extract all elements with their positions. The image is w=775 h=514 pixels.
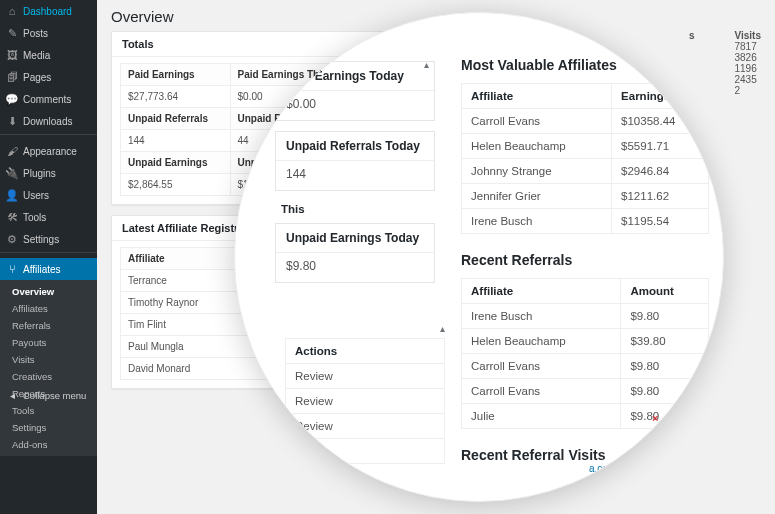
menu-item-users[interactable]: 👤Users: [0, 184, 97, 206]
menu-item-pages[interactable]: 🗐Pages: [0, 66, 97, 88]
pages-icon: 🗐: [6, 71, 18, 83]
mva-table: AffiliateEarningsCarroll Evans$10358.44H…: [461, 83, 709, 234]
menu-item-downloads[interactable]: ⬇Downloads: [0, 110, 97, 132]
toggle-icon[interactable]: ▴: [424, 59, 429, 70]
affiliates-icon: ⑂: [6, 263, 18, 275]
plugins-icon: 🔌: [6, 167, 18, 179]
submenu-overview[interactable]: Overview: [0, 283, 97, 300]
menu-label: Plugins: [23, 168, 56, 179]
magnifier-lens: ▴ Paid Earnings Today $0.00 Unpaid Refer…: [234, 12, 724, 502]
review-link[interactable]: Review: [286, 364, 445, 389]
users-icon: 👤: [6, 189, 18, 201]
menu-item-appearance[interactable]: 🖌Appearance: [0, 140, 97, 162]
menu-label: Posts: [23, 28, 48, 39]
menu-label: Appearance: [23, 146, 77, 157]
menu-item-media[interactable]: 🖼Media: [0, 44, 97, 66]
menu-label: Pages: [23, 72, 51, 83]
menu-label: Tools: [23, 212, 46, 223]
menu-item-affiliates[interactable]: ⑂Affiliates: [0, 258, 97, 280]
stat-unpaid-earnings-today: Unpaid Earnings Today $9.80: [275, 223, 435, 283]
review-link[interactable]: Review: [286, 389, 445, 414]
appearance-icon: 🖌: [6, 145, 18, 157]
media-icon: 🖼: [6, 49, 18, 61]
downloads-icon: ⬇: [6, 115, 18, 127]
stat-unpaid-referrals-today: Unpaid Referrals Today 144: [275, 131, 435, 191]
menu-label: Downloads: [23, 116, 72, 127]
posts-icon: ✎: [6, 27, 18, 39]
submenu-visits[interactable]: Visits: [0, 351, 97, 368]
menu-label: Dashboard: [23, 6, 72, 17]
collapse-icon: ◂: [6, 389, 18, 401]
recent-heading: Recent Referrals: [461, 252, 709, 268]
right-stats-header: s Visits 7817 3826 1196 2435 2: [689, 30, 761, 96]
menu-item-comments[interactable]: 💬Comments: [0, 88, 97, 110]
menu-item-dashboard[interactable]: ⌂Dashboard: [0, 0, 97, 22]
menu-label: Comments: [23, 94, 71, 105]
affiliates-submenu: OverviewAffiliatesReferralsPayoutsVisits…: [0, 280, 97, 456]
menu-item-tools[interactable]: 🛠Tools: [0, 206, 97, 228]
menu-item-posts[interactable]: ✎Posts: [0, 22, 97, 44]
tools-icon: 🛠: [6, 211, 18, 223]
delete-icon[interactable]: ×: [652, 411, 658, 426]
submenu-referrals[interactable]: Referrals: [0, 317, 97, 334]
visits-col: Visits: [735, 30, 762, 41]
submenu-settings[interactable]: Settings: [0, 419, 97, 436]
menu-label: Settings: [23, 234, 59, 245]
menu-label: Media: [23, 50, 50, 61]
submenu-creatives[interactable]: Creatives: [0, 368, 97, 385]
collapse-menu[interactable]: ◂ Collapse menu: [0, 384, 97, 406]
settings-icon: ⚙: [6, 233, 18, 245]
this-label: This: [275, 201, 435, 223]
submenu-payouts[interactable]: Payouts: [0, 334, 97, 351]
comments-icon: 💬: [6, 93, 18, 105]
menu-item-plugins[interactable]: 🔌Plugins: [0, 162, 97, 184]
admin-sidebar: ⌂Dashboard✎Posts🖼Media🗐Pages💬Comments⬇Do…: [0, 0, 97, 514]
submenu-add-ons[interactable]: Add-ons: [0, 436, 97, 453]
toggle-icon[interactable]: ▴: [285, 323, 445, 334]
submenu-affiliates[interactable]: Affiliates: [0, 300, 97, 317]
dashboard-icon: ⌂: [6, 5, 18, 17]
menu-item-settings[interactable]: ⚙Settings: [0, 228, 97, 250]
menu-label: Affiliates: [23, 264, 61, 275]
recent-table: AffiliateAmountIrene Busch$9.80Helen Bea…: [461, 278, 709, 429]
menu-label: Users: [23, 190, 49, 201]
collapse-label: Collapse menu: [23, 390, 86, 401]
